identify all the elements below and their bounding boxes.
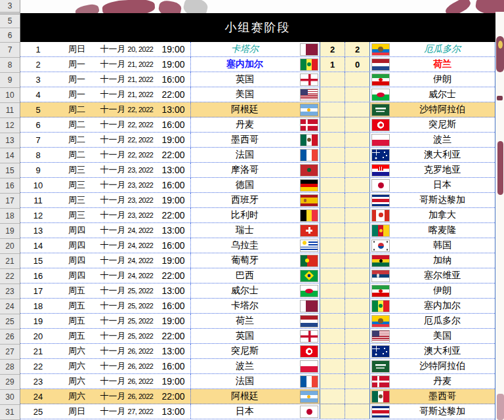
home-flag-cell[interactable] <box>299 148 320 162</box>
away-score-cell[interactable]: 2 <box>345 42 369 56</box>
kickoff-time-cell[interactable]: 13:00 <box>156 284 190 298</box>
away-flag-cell[interactable] <box>369 42 390 56</box>
row-header-22[interactable]: 22 <box>0 269 20 284</box>
row-header-11[interactable]: 11 <box>0 103 20 118</box>
row-header-6[interactable]: 6 <box>0 28 20 43</box>
home-team-cell[interactable]: 卡塔尔 <box>190 42 299 56</box>
home-flag-cell[interactable] <box>299 314 320 328</box>
weekday-cell[interactable]: 周一 <box>56 57 97 72</box>
weekday-cell[interactable]: 周二 <box>56 148 97 162</box>
weekday-cell[interactable]: 周六 <box>56 389 97 404</box>
row-header-13[interactable]: 13 <box>0 133 20 148</box>
weekday-cell[interactable]: 周三 <box>56 208 97 222</box>
home-score-cell[interactable] <box>320 284 345 298</box>
away-flag-cell[interactable] <box>369 329 390 343</box>
away-flag-cell[interactable] <box>369 314 390 328</box>
away-score-cell[interactable] <box>345 72 369 87</box>
away-flag-cell[interactable] <box>369 238 390 253</box>
away-team-cell[interactable]: 塞内加尔 <box>390 299 495 313</box>
home-score-cell[interactable] <box>320 223 345 238</box>
home-team-cell[interactable]: 比利时 <box>190 208 299 222</box>
home-team-cell[interactable]: 卡塔尔 <box>190 299 299 313</box>
home-score-cell[interactable] <box>320 163 345 177</box>
away-team-cell[interactable]: 墨西哥 <box>390 389 495 404</box>
row-header-20[interactable]: 20 <box>0 239 20 254</box>
home-flag-cell[interactable] <box>299 87 320 102</box>
home-team-cell[interactable]: 阿根廷 <box>190 102 299 117</box>
row-header-31[interactable]: 31 <box>0 405 20 420</box>
home-flag-cell[interactable] <box>299 299 320 313</box>
home-team-cell[interactable]: 西班牙 <box>190 193 299 207</box>
away-team-cell[interactable]: 日本 <box>390 178 495 192</box>
weekday-cell[interactable]: 周五 <box>56 329 97 343</box>
away-team-cell[interactable]: 韩国 <box>390 238 495 253</box>
group-stage-title-bar[interactable]: 小组赛阶段 <box>20 13 495 42</box>
weekday-cell[interactable]: 周三 <box>56 178 97 192</box>
weekday-cell[interactable]: 周六 <box>56 374 97 388</box>
home-score-cell[interactable] <box>320 72 345 87</box>
away-flag-cell[interactable] <box>369 359 390 373</box>
away-flag-cell[interactable] <box>369 284 390 298</box>
row-header-14[interactable]: 14 <box>0 148 20 163</box>
weekday-cell[interactable]: 周二 <box>56 102 97 117</box>
match-number-cell[interactable]: 6 <box>20 117 56 132</box>
row-header-15[interactable]: 15 <box>0 163 20 178</box>
away-team-cell[interactable]: 伊朗 <box>390 284 495 298</box>
away-score-cell[interactable] <box>345 238 369 253</box>
home-flag-cell[interactable] <box>299 344 320 358</box>
away-team-cell[interactable]: 荷兰 <box>390 57 495 72</box>
away-team-cell[interactable]: 突尼斯 <box>390 117 495 132</box>
weekday-cell[interactable]: 周二 <box>56 133 97 147</box>
row-header-16[interactable]: 16 <box>0 178 20 194</box>
match-number-cell[interactable]: 21 <box>20 344 56 358</box>
away-score-cell[interactable] <box>345 299 369 313</box>
away-team-cell[interactable]: 澳大利亚 <box>390 344 495 358</box>
kickoff-time-cell[interactable]: 13:00 <box>156 344 190 358</box>
row-header-12[interactable]: 12 <box>0 118 20 133</box>
weekday-cell[interactable]: 周四 <box>56 238 97 253</box>
home-flag-cell[interactable] <box>299 374 320 388</box>
match-number-cell[interactable]: 25 <box>20 404 56 419</box>
home-score-cell[interactable] <box>320 133 345 147</box>
away-team-cell[interactable]: 克罗地亚 <box>390 163 495 177</box>
kickoff-time-cell[interactable]: 13:00 <box>156 404 190 419</box>
match-number-cell[interactable]: 4 <box>20 87 56 102</box>
kickoff-time-cell[interactable]: 22:00 <box>156 389 190 404</box>
kickoff-time-cell[interactable]: 19:00 <box>156 42 190 56</box>
home-score-cell[interactable] <box>320 87 345 102</box>
match-number-cell[interactable]: 15 <box>20 253 56 268</box>
home-flag-cell[interactable] <box>299 389 320 404</box>
kickoff-time-cell[interactable]: 16:00 <box>156 299 190 313</box>
match-number-cell[interactable]: 24 <box>20 389 56 404</box>
weekday-cell[interactable]: 周五 <box>56 299 97 313</box>
home-team-cell[interactable]: 法国 <box>190 148 299 162</box>
home-flag-cell[interactable] <box>299 238 320 253</box>
match-number-cell[interactable]: 8 <box>20 148 56 162</box>
match-number-cell[interactable]: 16 <box>20 268 56 283</box>
away-team-cell[interactable]: 澳大利亚 <box>390 148 495 162</box>
date-cell[interactable]: 十一月25, 2022 <box>97 329 156 343</box>
away-flag-cell[interactable] <box>369 87 390 102</box>
away-team-cell[interactable]: 伊朗 <box>390 72 495 87</box>
kickoff-time-cell[interactable]: 19:00 <box>156 253 190 268</box>
kickoff-time-cell[interactable]: 13:00 <box>156 163 190 177</box>
home-team-cell[interactable]: 塞内加尔 <box>190 57 299 72</box>
row-header-30[interactable]: 30 <box>0 390 20 405</box>
row-header-9[interactable]: 9 <box>0 73 20 88</box>
row-header-column[interactable]: 3567891011121314151617181920212223242526… <box>0 0 20 420</box>
row-header-3[interactable]: 3 <box>0 0 20 12</box>
away-score-cell[interactable] <box>345 404 369 419</box>
kickoff-time-cell[interactable]: 22:00 <box>156 87 190 102</box>
home-score-cell[interactable] <box>320 253 345 268</box>
kickoff-time-cell[interactable]: 22:00 <box>156 268 190 283</box>
home-flag-cell[interactable] <box>299 102 320 117</box>
away-score-cell[interactable] <box>345 223 369 238</box>
away-score-cell[interactable] <box>345 344 369 358</box>
weekday-cell[interactable]: 周六 <box>56 359 97 373</box>
home-team-cell[interactable]: 阿根廷 <box>190 389 299 404</box>
date-cell[interactable]: 十一月27, 2022 <box>97 404 156 419</box>
away-team-cell[interactable]: 哥斯达黎加 <box>390 404 495 419</box>
home-team-cell[interactable]: 波兰 <box>190 359 299 373</box>
weekday-cell[interactable]: 周三 <box>56 193 97 207</box>
weekday-cell[interactable]: 周一 <box>56 72 97 87</box>
